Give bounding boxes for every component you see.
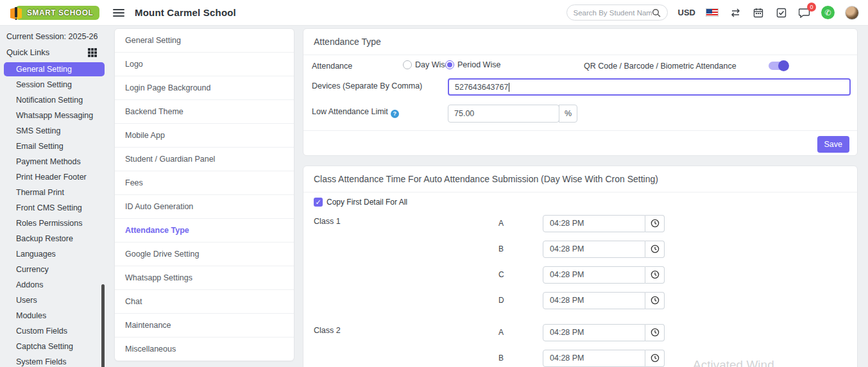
chat-badge: 0 [807,3,816,12]
sidebar-item-whatsapp-messaging[interactable]: Whatsapp Messaging [0,108,105,123]
book-pen-icon [9,6,23,21]
top-bar: SMART SCHOOL Mount Carmel School USD 0 ✆ [0,0,868,26]
sidebar-item-payment-methods[interactable]: Payment Methods [0,155,105,169]
settings-menu-item-backend-theme[interactable]: Backend Theme [115,100,294,124]
devices-input[interactable]: 527643643767 [448,78,851,96]
radio-circle-icon [445,60,454,69]
exchange-icon[interactable] [729,6,742,19]
devices-label: Devices (Separate By Comma) [312,81,422,90]
section-letter: D [498,296,543,305]
search-input[interactable] [574,9,652,17]
class-name-label: Class 1 [314,210,498,313]
section-letter: C [498,270,543,279]
panel-divider [303,130,857,131]
settings-menu-item-miscellaneous[interactable]: Miscellaneous [115,337,294,361]
sidebar-item-notification-setting[interactable]: Notification Setting [0,93,105,107]
section-letter: B [498,244,543,253]
sidebar-item-addons[interactable]: Addons [0,278,105,292]
settings-menu-item-logo[interactable]: Logo [115,53,294,76]
sidebar-item-languages[interactable]: Languages [0,247,105,261]
settings-menu-item-general-setting[interactable]: General Setting [115,29,294,53]
settings-menu-item-fees[interactable]: Fees [115,171,294,195]
grid-icon[interactable] [88,48,97,57]
currency-selector[interactable]: USD [678,8,695,17]
settings-menu-item-maintenance[interactable]: Maintenance [115,314,294,337]
activation-watermark: Activated Wind [693,358,774,367]
radio-day-wise[interactable]: Day Wise [403,60,449,69]
time-input[interactable]: 04:28 PM [543,241,645,258]
menu-icon[interactable] [113,7,124,19]
time-input[interactable]: 04:28 PM [543,266,645,284]
sidebar-item-sms-setting[interactable]: SMS Setting [0,124,105,138]
section-time-row: D04:28 PM [498,287,848,313]
time-input[interactable]: 04:28 PM [543,350,645,367]
time-input[interactable]: 04:28 PM [543,324,645,341]
us-flag-icon[interactable] [706,8,719,17]
settings-menu-item-chat[interactable]: Chat [115,290,294,314]
sidebar-item-general-setting[interactable]: General Setting [4,62,105,76]
clock-icon[interactable] [645,215,665,232]
sidebar-item-thermal-print[interactable]: Thermal Print [0,185,105,200]
student-search[interactable] [566,4,668,21]
task-check-icon[interactable] [775,6,788,19]
sidebar-item-currency[interactable]: Currency [0,262,105,277]
qr-biometric-toggle[interactable] [769,62,788,70]
sidebar-item-users[interactable]: Users [0,293,105,307]
checkbox-checked-icon: ✓ [314,198,323,207]
sidebar-item-email-setting[interactable]: Email Setting [0,139,105,153]
settings-menu-item-google-drive-setting[interactable]: Google Drive Setting [115,243,294,266]
chat-icon[interactable]: 0 [798,6,811,19]
settings-menu-item-mobile-app[interactable]: Mobile App [115,124,294,148]
section-letter: A [498,219,543,228]
help-icon[interactable]: ? [391,110,399,118]
sidebar-item-front-cms-setting[interactable]: Front CMS Setting [0,201,105,215]
class-attendance-panel: Class Attendance Time For Auto Attendanc… [303,166,858,367]
current-session-label: Current Session: 2025-26 [0,28,105,42]
attendance-type-panel: Attendance Type Attendance Day Wise Peri… [303,28,858,156]
time-input[interactable]: 04:28 PM [543,215,645,232]
class-time-list: Class 1A04:28 PMB04:28 PMC04:28 PMD04:28… [314,210,848,367]
clock-icon[interactable] [645,324,665,341]
copy-first-detail-checkbox[interactable]: ✓ Copy First Detail For All [314,198,407,207]
sidebar-item-roles-permissions[interactable]: Roles Permissions [0,216,105,230]
clock-icon[interactable] [645,266,665,284]
clock-icon[interactable] [645,292,665,309]
clock-icon[interactable] [645,241,665,258]
sidebar-item-system-fields[interactable]: System Fields [0,355,105,367]
sidebar-item-captcha-setting[interactable]: Captcha Setting [0,339,105,354]
sidebar-scrollbar[interactable] [101,284,105,367]
settings-menu-item-id-auto-generation[interactable]: ID Auto Generation [115,195,294,219]
user-avatar[interactable] [845,6,859,20]
whatsapp-icon[interactable]: ✆ [821,6,835,19]
low-attendance-label: Low Attendance Limit? [312,107,399,118]
attendance-panel-title: Attendance Type [303,29,857,55]
time-input[interactable]: 04:28 PM [543,292,645,309]
sidebar-item-session-setting[interactable]: Session Setting [0,78,105,92]
radio-circle-icon [403,60,412,69]
sidebar-item-backup-restore[interactable]: Backup Restore [0,232,105,246]
calendar-icon[interactable] [752,6,765,19]
clock-icon[interactable] [645,350,665,367]
qr-biometric-label: QR Code / Barcode / Biometric Attendance [584,62,736,71]
settings-menu-item-student-guardian-panel[interactable]: Student / Guardian Panel [115,148,294,171]
settings-menu-item-whatsapp-settings[interactable]: Whatsapp Settings [115,266,294,290]
settings-menu: General SettingLogoLogin Page Background… [114,28,294,361]
class-name-label: Class 2 [314,320,498,367]
left-sidebar: Current Session: 2025-26 Quick Links Gen… [0,26,105,367]
section-time-row: C04:28 PM [498,262,848,287]
settings-menu-item-login-page-background[interactable]: Login Page Background [115,76,294,100]
low-attendance-input[interactable]: 75.00 [448,105,559,123]
search-icon[interactable] [652,8,661,17]
sidebar-item-print-header-footer[interactable]: Print Header Footer [0,170,105,184]
text-cursor [509,83,509,92]
attendance-label: Attendance [312,62,352,71]
app-logo[interactable]: SMART SCHOOL [0,0,104,26]
save-button[interactable]: Save [817,136,850,153]
sidebar-item-custom-fields[interactable]: Custom Fields [0,324,105,338]
sidebar-item-modules[interactable]: Modules [0,309,105,323]
quick-links-label: Quick Links [6,47,49,57]
class-panel-title: Class Attendance Time For Auto Attendanc… [303,166,857,192]
percent-addon: % [559,105,577,123]
settings-menu-item-attendance-type[interactable]: Attendance Type [115,219,294,243]
radio-period-wise[interactable]: Period Wise [445,60,500,69]
